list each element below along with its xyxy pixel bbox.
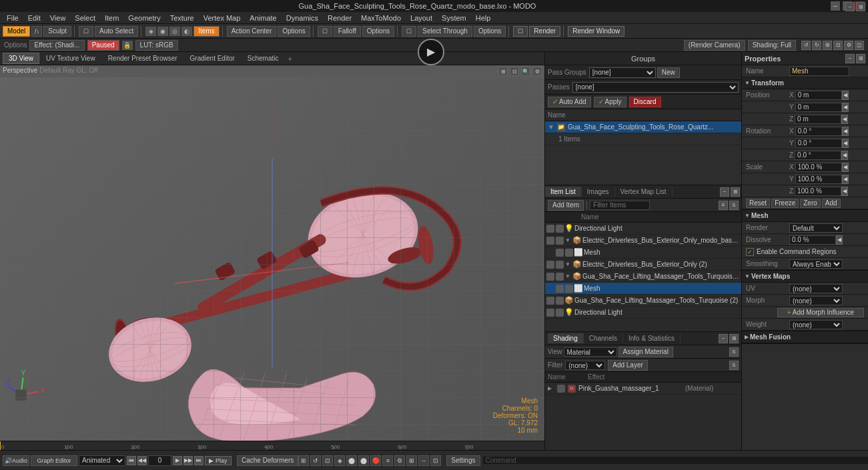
list-item[interactable]: 💡 Directional Light bbox=[545, 307, 741, 319]
model-mode-button[interactable]: Model bbox=[3, 26, 30, 37]
select-through-label[interactable]: Select Through bbox=[418, 26, 472, 37]
itemlist-icon1[interactable]: − bbox=[720, 187, 729, 197]
scale-x-input[interactable] bbox=[795, 163, 842, 172]
auto-select-label[interactable]: Auto Select bbox=[95, 26, 138, 37]
shading-s-icon[interactable]: S bbox=[729, 361, 739, 370]
animated-select[interactable]: Animated bbox=[79, 455, 125, 466]
reset-button[interactable]: Reset bbox=[746, 199, 770, 208]
position-y-input[interactable] bbox=[795, 103, 842, 112]
shading-item[interactable]: ▶ M Pink_Guasha_massager_1 (Material) bbox=[545, 383, 741, 395]
items-icon1[interactable]: ◈ bbox=[145, 27, 156, 36]
auto-select-button[interactable]: ☐ bbox=[79, 26, 93, 37]
tab-gradient-editor[interactable]: Gradient Editor bbox=[184, 53, 241, 64]
menu-file[interactable]: File bbox=[3, 13, 23, 23]
morph-select[interactable]: (none) bbox=[789, 296, 843, 305]
add-tab-button[interactable]: + bbox=[286, 53, 295, 64]
settings-button[interactable]: Settings bbox=[446, 455, 480, 466]
group-item-1[interactable]: ▼ 📁 Gua_Sha_Face_Sculpting_Tools_Rose_Qu… bbox=[545, 121, 741, 133]
rot-x-btn[interactable]: ◀ bbox=[842, 127, 849, 136]
render-button[interactable]: ☐ bbox=[513, 26, 528, 37]
vis-dot[interactable] bbox=[546, 225, 554, 233]
command-input[interactable] bbox=[516, 457, 865, 464]
viewport-icon6[interactable]: ◫ bbox=[855, 41, 864, 50]
smoothing-select[interactable]: Always Enabled bbox=[789, 259, 843, 269]
weight-select[interactable]: (none) bbox=[789, 320, 843, 329]
bottom-icon-3[interactable]: ⊡ bbox=[322, 455, 333, 466]
bottom-icon-7[interactable]: 🔴 bbox=[370, 455, 381, 466]
pass-groups-new-button[interactable]: New bbox=[657, 67, 680, 78]
play-large-button[interactable]: ▶ bbox=[418, 39, 444, 65]
list-item[interactable]: 💡 Directional Light bbox=[545, 223, 741, 235]
options3-button[interactable]: Options bbox=[474, 26, 506, 37]
filter-settings-icon[interactable]: S bbox=[729, 201, 739, 210]
stab-channels[interactable]: Channels bbox=[584, 333, 623, 343]
falloff-button[interactable]: ☐ bbox=[318, 26, 332, 37]
pass-groups-select[interactable]: [none] bbox=[589, 67, 656, 78]
stab-info[interactable]: Info & Statistics bbox=[623, 333, 681, 343]
effect-button[interactable]: Effect: (Shadi... bbox=[29, 40, 84, 51]
mesh-fusion-header[interactable]: ▶ Mesh Fusion bbox=[742, 331, 868, 343]
vis-dot2[interactable] bbox=[556, 297, 564, 305]
zero-button[interactable]: Zero bbox=[800, 199, 821, 208]
vp-icon-search[interactable]: 🔍 bbox=[521, 67, 530, 76]
prev-frame-icon[interactable]: ⏮ bbox=[127, 456, 136, 465]
menu-layout[interactable]: Layout bbox=[406, 13, 436, 23]
bottom-icon-5[interactable]: ⬤ bbox=[346, 455, 357, 466]
assign-material-button[interactable]: Assign Material bbox=[618, 347, 673, 357]
falloff-label-button[interactable]: Falloff bbox=[334, 26, 361, 37]
viewport-icon1[interactable]: ↺ bbox=[801, 41, 811, 50]
vp-icon-lock[interactable]: ⊞ bbox=[498, 67, 508, 76]
items-icon3[interactable]: ◎ bbox=[169, 27, 180, 36]
enable-cmd-checkbox[interactable]: ✓ bbox=[746, 248, 754, 256]
audio-button[interactable]: 🔊 Audio bbox=[3, 455, 29, 466]
vis-dot2[interactable] bbox=[556, 261, 564, 269]
bottom-icon-8[interactable]: ≡ bbox=[382, 455, 393, 466]
menu-maxtomodo[interactable]: MaxToModo bbox=[357, 13, 405, 23]
items-icon4[interactable]: ◐ bbox=[181, 27, 192, 36]
list-item[interactable]: 📦 Gua_Sha_Face_Lifting_Massager_Tools_Tu… bbox=[545, 295, 741, 307]
uv-select[interactable]: (none) bbox=[789, 284, 843, 293]
3d-viewport[interactable]: X Y Z Perspective Default Ray GL: Off bbox=[0, 65, 544, 441]
vis-dot[interactable] bbox=[546, 273, 554, 281]
vis-dot2[interactable] bbox=[556, 309, 564, 317]
menu-system[interactable]: System bbox=[438, 13, 470, 23]
menu-dynamics[interactable]: Dynamics bbox=[282, 13, 322, 23]
stab-shading[interactable]: Shading bbox=[548, 333, 584, 343]
shading-expand[interactable]: ▶ bbox=[548, 385, 554, 391]
tab-uv-texture-view[interactable]: UV Texture View bbox=[40, 53, 101, 64]
list-item[interactable]: ⬜ Mesh bbox=[545, 283, 741, 295]
bottom-icon-12[interactable]: ⊡ bbox=[430, 455, 441, 466]
rotation-y-input[interactable] bbox=[795, 139, 842, 148]
render-camera-button[interactable]: (Render Camera) bbox=[684, 40, 745, 51]
menu-view[interactable]: View bbox=[46, 13, 70, 23]
bottom-icon-4[interactable]: ◈ bbox=[334, 455, 345, 466]
bottom-icon-11[interactable]: ↔ bbox=[418, 455, 429, 466]
viewport-icon5[interactable]: ⚙ bbox=[844, 41, 853, 50]
list-item[interactable]: ▼ 📦 Electric_Driverless_Bus_Exterior_Onl… bbox=[545, 259, 741, 271]
vis-dot[interactable] bbox=[556, 285, 564, 293]
shading-button[interactable]: Shading: Full bbox=[748, 40, 796, 51]
lut-button[interactable]: LUT: sRGB bbox=[135, 40, 178, 51]
vertex-maps-header[interactable]: ▼ Vertex Maps bbox=[742, 271, 868, 283]
menu-item[interactable]: Item bbox=[101, 13, 123, 23]
tab-render-preset-browser[interactable]: Render Preset Browser bbox=[102, 53, 183, 64]
add-button[interactable]: Add bbox=[822, 199, 841, 208]
iltab-item-list[interactable]: Item List bbox=[545, 187, 582, 197]
cache-deformers-button[interactable]: Cache Deformers bbox=[237, 455, 298, 466]
menu-animate[interactable]: Animate bbox=[246, 13, 280, 23]
play-pause-icon[interactable]: ▶ bbox=[173, 456, 182, 465]
shading-icon2[interactable]: ⊞ bbox=[729, 334, 739, 343]
bottom-icon-1[interactable]: ⊞ bbox=[298, 455, 309, 466]
action-center-button[interactable]: Action Center bbox=[227, 26, 277, 37]
view-select[interactable]: Material bbox=[564, 347, 617, 357]
rotation-x-input[interactable] bbox=[795, 127, 842, 136]
add-layer-button[interactable]: Add Layer bbox=[608, 360, 648, 371]
list-item[interactable]: ⬜ Mesh bbox=[545, 247, 741, 259]
vis-dot[interactable] bbox=[546, 237, 554, 245]
shading-vis[interactable] bbox=[557, 385, 565, 393]
vp-icon-gear[interactable]: ⚙ bbox=[532, 67, 542, 76]
discard-button[interactable]: Discard bbox=[629, 97, 661, 107]
groups-icon1[interactable]: − bbox=[845, 2, 855, 11]
next-key-icon[interactable]: ▶▶ bbox=[183, 456, 193, 465]
mesh-group-header[interactable]: ▼ Mesh bbox=[742, 210, 868, 222]
